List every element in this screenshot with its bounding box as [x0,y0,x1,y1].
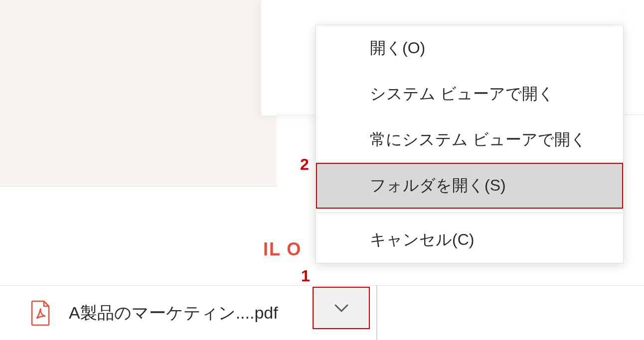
annotation-label-2: 2 [300,155,309,174]
menu-cancel[interactable]: キャンセル(C) [316,217,623,263]
download-options-button[interactable] [313,287,370,329]
annotation-label-1: 1 [301,267,310,285]
download-item[interactable]: A製品のマーケティン....pdf [30,300,278,326]
menu-always-open-system-viewer[interactable]: 常にシステム ビューアで開く [316,117,623,163]
pdf-icon [30,300,51,326]
download-filename: A製品のマーケティン....pdf [69,302,278,325]
download-context-menu: 開く(O) システム ビューアで開く 常にシステム ビューアで開く フォルダを開… [316,25,624,263]
menu-open-folder[interactable]: フォルダを開く(S) [316,163,623,209]
partial-text: IL O [263,239,302,260]
menu-separator [316,213,623,213]
vertical-divider [376,285,377,340]
chevron-down-icon [333,303,349,313]
menu-open-system-viewer[interactable]: システム ビューアで開く [316,71,623,117]
menu-open[interactable]: 開く(O) [316,25,623,71]
content-background [0,0,277,187]
